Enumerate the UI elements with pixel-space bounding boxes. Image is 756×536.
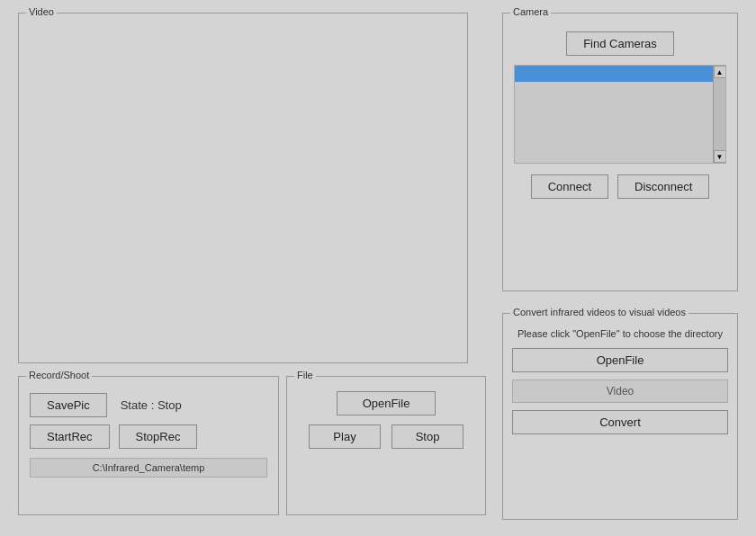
file-inner: OpenFile Play Stop	[287, 377, 485, 449]
convert-button[interactable]: Convert	[512, 410, 728, 434]
savepic-button[interactable]: SavePic	[30, 393, 107, 417]
convert-panel: Convert infrared videos to visual videos…	[502, 313, 738, 520]
convert-openfile-button[interactable]: OpenFile	[512, 348, 728, 372]
record-panel-label: Record/Shoot	[26, 370, 92, 380]
file-openfile-button[interactable]: OpenFile	[337, 391, 436, 415]
camera-panel-label: Camera	[510, 6, 551, 17]
convert-instruction: Please click "OpenFile" to choose the di…	[512, 328, 728, 339]
record-row1: SavePic State : Stop	[30, 393, 267, 417]
file-panel-label: File	[294, 370, 316, 380]
video-panel-label: Video	[26, 6, 57, 17]
connect-button[interactable]: Connect	[531, 174, 608, 199]
startrec-button[interactable]: StartRec	[30, 424, 110, 449]
camera-list-selected-item	[515, 66, 725, 82]
camera-list[interactable]: ▲ ▼	[514, 65, 726, 164]
camera-connect-buttons: Connect Disconnect	[503, 174, 737, 199]
file-playback-buttons: Play Stop	[309, 424, 464, 449]
scroll-down-arrow[interactable]: ▼	[714, 150, 726, 163]
stop-button[interactable]: Stop	[392, 424, 464, 449]
record-row2: StartRec StopRec	[30, 424, 267, 449]
record-panel: Record/Shoot SavePic State : Stop StartR…	[18, 376, 279, 515]
state-label: State : Stop	[121, 398, 182, 412]
camera-panel: Camera Find Cameras ▲ ▼ Connect Disconne…	[502, 13, 738, 291]
convert-video-field: Video	[512, 380, 728, 403]
file-panel: File OpenFile Play Stop	[286, 376, 486, 515]
scroll-up-arrow[interactable]: ▲	[714, 66, 726, 78]
camera-list-scrollbar: ▲ ▼	[713, 66, 725, 163]
video-panel: Video	[18, 13, 468, 363]
convert-panel-label: Convert infrared videos to visual videos	[510, 307, 688, 317]
find-cameras-button[interactable]: Find Cameras	[566, 31, 674, 56]
disconnect-button[interactable]: Disconnect	[617, 174, 709, 199]
stoprec-button[interactable]: StopRec	[119, 424, 198, 449]
play-button[interactable]: Play	[309, 424, 381, 449]
record-path: C:\Infrared_Camera\temp	[30, 458, 267, 478]
